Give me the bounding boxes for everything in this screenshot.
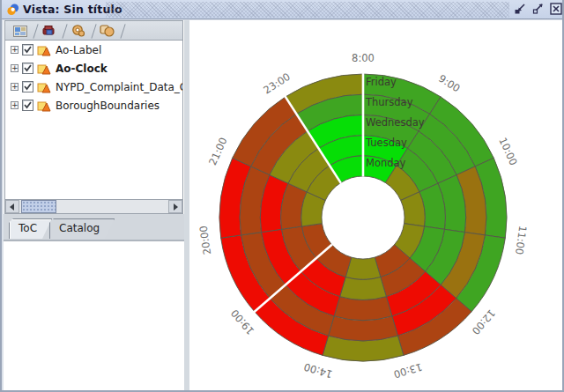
day-ring-label: Wednesday	[366, 116, 425, 129]
layer-row-ao-clock: + Ao-Clock	[5, 59, 182, 78]
layer-checkbox[interactable]	[22, 44, 33, 55]
hour-label: 9:00	[436, 72, 462, 95]
day-ring-label: Monday	[366, 157, 406, 169]
hour-label: 14:00	[302, 360, 334, 381]
toc-panel: + Ao-Label + Ao-Clock +	[4, 20, 184, 390]
layer-icon	[37, 44, 51, 56]
day-ring-label: Friday	[366, 76, 397, 88]
clock-chart: 8:009:0010:0011:0012:0013:0014:0019:0020…	[189, 20, 564, 390]
donut-tab[interactable]	[63, 22, 93, 40]
expand-icon[interactable]: +	[11, 83, 19, 91]
hour-label: 12:00	[470, 307, 498, 337]
layer-checkbox[interactable]	[22, 100, 33, 111]
hour-label: 10:00	[496, 136, 520, 167]
hour-label: 19:00	[228, 307, 256, 337]
left-arrow-icon	[10, 203, 14, 211]
horizontal-scrollbar[interactable]	[4, 199, 183, 214]
layer-icon	[37, 100, 51, 112]
expand-icon[interactable]: +	[11, 101, 19, 109]
expand-icon[interactable]: +	[11, 46, 19, 54]
layer-icon	[37, 81, 51, 93]
map-preview-tab[interactable]	[5, 22, 34, 40]
scrollbar-track[interactable]	[19, 200, 168, 213]
hour-label: 20:00	[197, 225, 214, 255]
layer-label[interactable]: BoroughBoundaries	[56, 100, 160, 112]
checkmark-icon	[25, 84, 31, 89]
clock-sector-cell	[345, 257, 381, 279]
panel-tab-bar: ToC Catalog	[4, 214, 184, 241]
maximize-button[interactable]	[531, 2, 545, 15]
clock-sector-cell	[340, 277, 387, 300]
empty-panel-area	[4, 241, 184, 390]
layer-row-ao-label: + Ao-Label	[5, 41, 182, 59]
map-canvas[interactable]: 8:009:0010:0011:0012:0013:0014:0019:0020…	[189, 20, 564, 390]
hour-label: 8:00	[352, 52, 375, 64]
hour-label: 11:00	[513, 225, 530, 255]
layer-label[interactable]: Ao-Clock	[56, 63, 108, 75]
layer-label[interactable]: Ao-Label	[56, 44, 101, 56]
minimize-button[interactable]	[514, 2, 527, 15]
layer-label[interactable]: NYPD_Complaint_Data_C	[56, 81, 183, 93]
layer-checkbox[interactable]	[22, 63, 33, 74]
checkmark-icon	[25, 102, 31, 107]
window-titlebar[interactable]: Vista: Sin título	[2, 0, 564, 19]
hour-label: 13:00	[392, 360, 424, 381]
checkmark-icon	[25, 47, 31, 52]
layer-checkbox[interactable]	[22, 81, 33, 92]
shapes-tab[interactable]	[93, 22, 122, 40]
hour-label: 23:00	[261, 70, 292, 97]
scroll-right-button[interactable]	[168, 200, 182, 213]
vista-window: Vista: Sin título	[0, 0, 564, 392]
titlebar-texture	[106, 2, 509, 18]
scrollbar-thumb[interactable]	[21, 200, 56, 213]
day-ring-label: Tuesday	[365, 137, 407, 149]
gvsig-logo-icon	[6, 3, 19, 16]
toc-header-tabs	[4, 20, 183, 40]
tab-catalog[interactable]: Catalog	[49, 218, 115, 239]
symbology-tab[interactable]	[34, 22, 63, 40]
expand-icon[interactable]: +	[11, 64, 19, 72]
tab-toc[interactable]: ToC	[9, 218, 52, 239]
checkmark-icon	[25, 65, 31, 70]
hour-label: 21:00	[206, 136, 230, 167]
layer-tree: + Ao-Label + Ao-Clock +	[4, 40, 183, 199]
day-ring-label: Thursday	[365, 96, 413, 108]
scroll-left-button[interactable]	[5, 200, 19, 213]
layer-row-boroughs: + BoroughBoundaries	[5, 96, 182, 115]
layer-icon	[37, 63, 51, 75]
right-arrow-icon	[174, 203, 178, 211]
layer-row-nypd: + NYPD_Complaint_Data_C	[5, 78, 182, 96]
close-button[interactable]	[549, 2, 562, 15]
